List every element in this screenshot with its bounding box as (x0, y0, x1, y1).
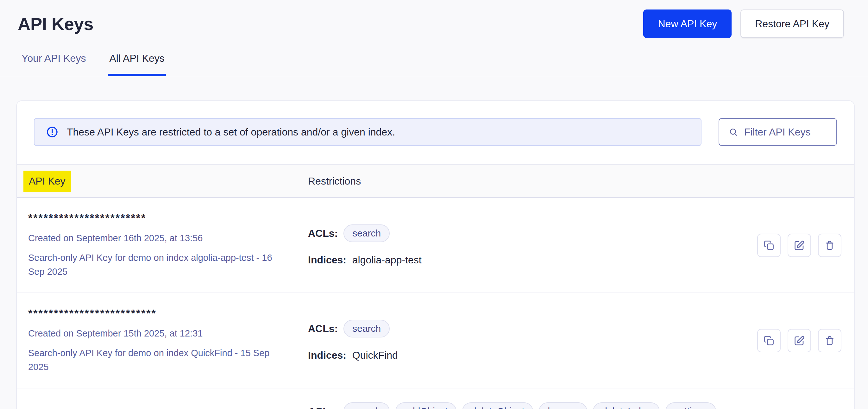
edit-icon (794, 335, 805, 346)
indices-line: Indices: QuickFind (308, 349, 746, 361)
copy-icon (763, 335, 775, 346)
search-icon (729, 127, 738, 137)
acl-list: ACLs: search (308, 224, 746, 242)
new-api-key-button[interactable]: New API Key (643, 9, 732, 38)
copy-button[interactable] (757, 233, 781, 257)
column-header-restrictions: Restrictions (308, 176, 746, 187)
acl-chip: addObject (395, 402, 457, 409)
info-banner: These API Keys are restricted to a set o… (34, 118, 702, 146)
tab-all-api-keys[interactable]: All API Keys (108, 53, 165, 76)
tab-your-api-keys[interactable]: Your API Keys (20, 53, 87, 76)
acls-label: ACLs: (308, 323, 338, 335)
restrictions-cell: ACLs: search Indices: QuickFind (308, 320, 746, 361)
delete-button[interactable] (818, 233, 841, 257)
filter-api-keys-input[interactable] (744, 126, 827, 138)
copy-icon (763, 240, 775, 251)
info-icon (46, 126, 59, 138)
masked-api-key: ************************* (28, 307, 308, 319)
acls-label: ACLs: (308, 228, 338, 239)
acl-list: ACLs: search (308, 320, 746, 338)
table-body: *********************** Created on Septe… (17, 198, 854, 409)
acl-chip: deleteObject (462, 402, 533, 409)
indices-label: Indices: (308, 349, 346, 361)
restrictions-cell: ACLs: search Indices: algolia-app-test (308, 224, 746, 266)
header-actions: New API Key Restore API Key (643, 9, 844, 38)
row-actions (757, 233, 841, 257)
table-row: ************************* Created on Sep… (17, 293, 854, 388)
edit-button[interactable] (787, 329, 811, 352)
column-header-api-key: API Key (24, 170, 71, 192)
acls-label: ACLs: (308, 406, 338, 409)
restore-api-key-button[interactable]: Restore API Key (740, 9, 844, 38)
delete-button[interactable] (818, 329, 841, 352)
info-banner-text: These API Keys are restricted to a set o… (67, 126, 395, 138)
api-key-cell: ************************* Created on Sep… (28, 307, 308, 374)
table-row: *************************** Created on A… (17, 388, 854, 409)
trash-icon (824, 335, 835, 346)
api-keys-card: These API Keys are restricted to a set o… (16, 100, 855, 409)
key-description: Search-only API Key for demo on index Qu… (28, 346, 291, 374)
indices-label: Indices: (308, 254, 346, 265)
acl-chip: search (343, 402, 390, 409)
acl-chip: search (343, 224, 390, 242)
acl-chip: settings (665, 402, 716, 409)
filter-box (719, 118, 837, 146)
api-key-cell: *********************** Created on Septe… (28, 212, 308, 279)
acl-chip: search (343, 320, 390, 338)
page-header: API Keys New API Key Restore API Key (0, 0, 868, 38)
masked-api-key: *********************** (28, 212, 308, 224)
trash-icon (824, 240, 835, 251)
acl-chip: deleteIndex (593, 402, 660, 409)
table-row: *********************** Created on Septe… (17, 198, 854, 293)
row-actions (757, 329, 841, 352)
acl-list: ACLs: searchaddObjectdeleteObjectbrowsed… (308, 402, 746, 409)
edit-icon (794, 240, 805, 251)
copy-button[interactable] (757, 329, 781, 352)
restrictions-cell: ACLs: searchaddObjectdeleteObjectbrowsed… (308, 402, 746, 409)
edit-button[interactable] (787, 233, 811, 257)
indices-value: algolia-app-test (349, 254, 422, 265)
tab-bar: Your API Keys All API Keys (0, 53, 868, 76)
created-date: Created on September 15th 2025, at 12:31 (28, 328, 308, 339)
indices-line: Indices: algolia-app-test (308, 254, 746, 266)
created-date: Created on September 16th 2025, at 13:56 (28, 233, 308, 244)
table-header-row: API Key Restrictions (17, 164, 854, 198)
key-description: Search-only API Key for demo on index al… (28, 251, 291, 279)
page-title: API Keys (18, 13, 93, 34)
acl-chip: browse (539, 402, 587, 409)
indices-value: QuickFind (349, 349, 398, 361)
